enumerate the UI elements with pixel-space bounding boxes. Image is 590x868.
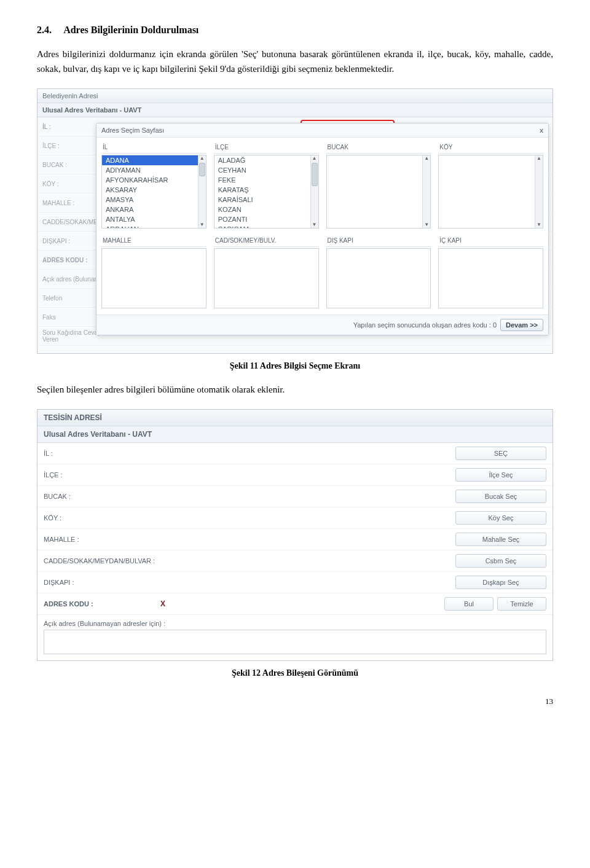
panel-title: Belediyenin Adresi	[37, 89, 553, 103]
adres-secim-modal: Adres Seçim Sayfası x İL ADANA ADIYAMAN …	[96, 123, 549, 335]
list-item[interactable]: SARIÇAM	[214, 224, 318, 229]
list-item[interactable]: ARDAHAN	[102, 224, 206, 229]
diskapi-col-head: DIŞ KAPI	[326, 235, 431, 247]
scroll-down-icon[interactable]: ▼	[200, 222, 205, 228]
list-item[interactable]: ANTALYA	[102, 214, 206, 224]
scroll-up-icon[interactable]: ▲	[424, 155, 429, 162]
csbm-listbox[interactable]	[214, 248, 319, 308]
mahalle-sec-button[interactable]: Mahalle Seç	[455, 533, 546, 546]
bucak-sec-button[interactable]: Bucak Seç	[455, 490, 546, 503]
adreskodu-label: ADRES KODU :	[44, 600, 160, 608]
list-item[interactable]: KARATAŞ	[214, 185, 318, 195]
ilce-listbox[interactable]: ALADAĞ CEYHAN FEKE KARATAŞ KARAİSALI KOZ…	[214, 155, 319, 229]
ickapi-col-head: İÇ KAPI	[438, 235, 543, 247]
diskapi-label: DIŞKAPI :	[44, 579, 160, 586]
scroll-thumb[interactable]	[199, 163, 205, 176]
figure-caption-2: Şekil 12 Adres Bileşeni Görünümü	[37, 668, 553, 678]
scrollbar[interactable]: ▲ ▼	[310, 155, 318, 228]
tesis-sub: Ulusal Adres Veritabanı - UAVT	[37, 426, 553, 443]
intro-paragraph: Adres bilgilerinizi doldurmanız için ekr…	[37, 47, 553, 76]
acik-adres-section: Açık adres (Bulunamayan adresler için) :	[37, 615, 553, 660]
list-item[interactable]: FEKE	[214, 175, 318, 185]
scroll-down-icon[interactable]: ▼	[424, 222, 429, 228]
il-col-head: İL	[101, 141, 206, 154]
ilce-label: İLÇE :	[44, 471, 160, 479]
ilce-col-head: İLÇE	[214, 141, 319, 154]
tesis-adres-panel: TESİSİN ADRESİ Ulusal Adres Veritabanı -…	[37, 409, 553, 661]
list-item[interactable]: AKSARAY	[102, 185, 206, 195]
table-row: İLÇE : İlçe Seç	[37, 464, 553, 486]
csbm-col-head: CAD/SOK/MEY/BULV.	[214, 235, 319, 247]
list-item[interactable]: POZANTI	[214, 214, 318, 224]
table-row: MAHALLE : Mahalle Seç	[37, 529, 553, 550]
table-row: DIŞKAPI : Dışkapı Seç	[37, 572, 553, 593]
belediye-adres-panel: Belediyenin Adresi Ulusal Adres Veritaba…	[37, 88, 553, 354]
devam-button[interactable]: Devam >>	[500, 319, 543, 331]
acik-adres-textarea[interactable]	[44, 630, 546, 654]
ilce-sec-button[interactable]: İlçe Seç	[455, 468, 546, 482]
adreskodu-value: X	[160, 600, 441, 608]
acik-adres-label: Açık adres (Bulunamayan adresler için) :	[44, 620, 546, 627]
csbm-label: CADDE/SOKAK/MEYDAN/BULVAR :	[44, 557, 160, 565]
list-item[interactable]: CEYHAN	[214, 165, 318, 175]
temizle-button[interactable]: Temizle	[497, 597, 546, 611]
ickapi-listbox[interactable]	[438, 248, 543, 308]
scroll-down-icon[interactable]: ▼	[312, 222, 317, 228]
scrollbar[interactable]: ▲ ▼	[422, 155, 430, 228]
list-item[interactable]: AMASYA	[102, 195, 206, 205]
scroll-up-icon[interactable]: ▲	[200, 155, 205, 162]
mahalle-listbox[interactable]	[101, 248, 206, 308]
list-item[interactable]: ANKARA	[102, 205, 206, 214]
mahalle-label: MAHALLE :	[44, 536, 160, 543]
list-item[interactable]: AFYONKARAHİSAR	[102, 175, 206, 185]
list-item[interactable]: ALADAĞ	[214, 155, 318, 165]
koy-sec-button[interactable]: Köy Seç	[455, 511, 546, 525]
koy-col-head: KÖY	[438, 141, 543, 154]
close-icon[interactable]: x	[540, 127, 543, 134]
scroll-up-icon[interactable]: ▲	[537, 155, 541, 162]
list-item[interactable]: KARAİSALI	[214, 195, 318, 205]
list-item[interactable]: ADANA	[102, 155, 206, 165]
diskapi-sec-button[interactable]: Dışkapı Seç	[455, 576, 546, 589]
footer-text: Yapılan seçim sonucunda oluşan adres kod…	[353, 321, 497, 329]
scrollbar[interactable]: ▲ ▼	[535, 155, 543, 228]
tesis-title: TESİSİN ADRESİ	[37, 410, 553, 426]
sec-button[interactable]: SEÇ	[455, 447, 546, 460]
mahalle-col-head: MAHALLE	[101, 235, 206, 247]
bucak-listbox[interactable]: ▲ ▼	[326, 155, 431, 229]
scroll-thumb[interactable]	[312, 163, 318, 186]
heading-number: 2.4.	[37, 25, 61, 36]
csbm-sec-button[interactable]: Csbm Seç	[455, 554, 546, 568]
bul-button[interactable]: Bul	[444, 597, 494, 611]
adres-kodu-row: ADRES KODU : X Bul Temizle	[37, 593, 553, 615]
scrollbar[interactable]: ▲ ▼	[198, 155, 206, 228]
diskapi-listbox[interactable]	[326, 248, 431, 308]
scroll-up-icon[interactable]: ▲	[312, 155, 317, 162]
koy-label: KÖY :	[44, 514, 160, 522]
heading-title: Adres Bilgilerinin Doldurulması	[63, 25, 199, 35]
table-row: BUCAK : Bucak Seç	[37, 486, 553, 507]
koy-listbox[interactable]: ▲ ▼	[438, 155, 543, 229]
table-row: CADDE/SOKAK/MEYDAN/BULVAR : Csbm Seç	[37, 550, 553, 572]
figure-caption-1: Şekil 11 Adres Bilgisi Seçme Ekranı	[37, 361, 553, 371]
table-row: İL : SEÇ	[37, 443, 553, 464]
modal-title: Adres Seçim Sayfası	[101, 127, 164, 134]
list-item[interactable]: ADIYAMAN	[102, 165, 206, 175]
bucak-col-head: BUCAK	[326, 141, 431, 154]
page-number: 13	[37, 697, 553, 706]
list-item[interactable]: KOZAN	[214, 205, 318, 214]
bucak-label: BUCAK :	[44, 493, 160, 500]
scroll-down-icon[interactable]: ▼	[537, 222, 541, 228]
il-label: İL :	[44, 450, 160, 457]
between-paragraph: Seçilen bileşenler adres bilgileri bölüm…	[37, 382, 553, 397]
section-heading: 2.4. Adres Bilgilerinin Doldurulması	[37, 25, 553, 36]
table-row: KÖY : Köy Seç	[37, 507, 553, 529]
panel-subhead: Ulusal Adres Veritabanı - UAVT	[37, 103, 553, 117]
il-listbox[interactable]: ADANA ADIYAMAN AFYONKARAHİSAR AKSARAY AM…	[101, 155, 206, 229]
